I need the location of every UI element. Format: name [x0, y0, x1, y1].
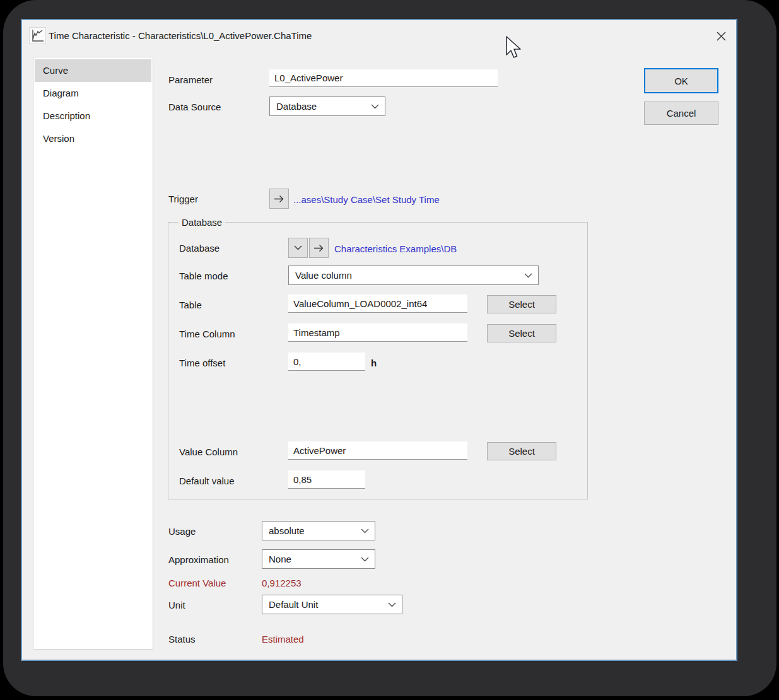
trigger-goto-button[interactable]	[269, 189, 289, 209]
database-link[interactable]: Characteristics Examples\DB	[334, 243, 457, 254]
close-icon	[716, 31, 727, 42]
default-value-input[interactable]	[288, 470, 365, 489]
approximation-dropdown[interactable]: None	[262, 549, 375, 569]
database-goto-button[interactable]	[309, 238, 329, 258]
status-label: Status	[168, 634, 196, 645]
default-value-label: Default value	[179, 475, 235, 486]
approximation-label: Approximation	[168, 554, 229, 565]
value-column-select-button[interactable]: Select	[487, 442, 556, 460]
usage-label: Usage	[168, 526, 196, 537]
time-column-input[interactable]	[288, 324, 467, 342]
chevron-down-icon	[361, 557, 369, 562]
trigger-link[interactable]: ...ases\Study Case\Set Study Time	[293, 194, 440, 205]
table-select-button[interactable]: Select	[487, 295, 556, 313]
value-column-input[interactable]	[288, 441, 467, 460]
arrow-right-icon	[313, 244, 324, 252]
ok-button[interactable]: OK	[644, 68, 718, 93]
sidebar-item-description[interactable]: Description	[35, 105, 151, 127]
time-offset-unit: h	[371, 358, 377, 368]
chevron-down-icon	[524, 273, 532, 278]
table-mode-label: Table mode	[179, 271, 228, 281]
time-offset-label: Time offset	[179, 358, 225, 368]
chevron-down-icon	[388, 602, 396, 607]
usage-value: absolute	[269, 525, 305, 536]
current-value-text: 0,912253	[262, 578, 302, 588]
chevron-down-icon	[371, 104, 379, 109]
sidebar-item-version[interactable]: Version	[35, 127, 151, 150]
sidebar-item-curve[interactable]: Curve	[35, 59, 151, 82]
table-input[interactable]	[288, 295, 467, 313]
parameter-input[interactable]	[269, 69, 498, 87]
value-column-label: Value Column	[179, 446, 238, 457]
chevron-down-icon	[361, 528, 369, 534]
data-source-label: Data Source	[168, 102, 221, 112]
data-source-dropdown[interactable]: Database	[269, 96, 385, 116]
dialog-title: Time Characteristic - Characteristics\L0…	[49, 30, 312, 41]
time-column-select-button[interactable]: Select	[487, 324, 556, 342]
parameter-label: Parameter	[168, 74, 213, 85]
data-source-value: Database	[276, 101, 317, 112]
database-label: Database	[179, 243, 220, 254]
unit-dropdown[interactable]: Default Unit	[262, 595, 402, 614]
sidebar-item-diagram[interactable]: Diagram	[35, 82, 151, 105]
mouse-cursor	[504, 35, 523, 64]
database-group-title: Database	[179, 217, 225, 228]
unit-value: Default Unit	[269, 599, 318, 610]
page-list: Curve Diagram Description Version	[33, 57, 153, 650]
trigger-label: Trigger	[168, 194, 198, 204]
status-value: Estimated	[262, 634, 304, 645]
time-characteristic-dialog: Time Characteristic - Characteristics\L0…	[21, 19, 737, 661]
usage-dropdown[interactable]: absolute	[262, 521, 375, 540]
chevron-down-icon	[294, 245, 302, 250]
approximation-value: None	[269, 554, 291, 564]
cancel-button[interactable]: Cancel	[644, 102, 718, 125]
curve-chart-icon	[29, 27, 46, 47]
unit-label: Unit	[168, 600, 185, 610]
arrow-right-icon	[274, 195, 284, 203]
table-label: Table	[179, 300, 202, 310]
table-mode-dropdown[interactable]: Value column	[288, 265, 539, 285]
current-value-label: Current Value	[168, 578, 226, 588]
database-dropdown-button[interactable]	[288, 238, 308, 258]
close-button[interactable]	[711, 26, 731, 45]
time-column-label: Time Column	[179, 329, 235, 339]
time-offset-input[interactable]	[288, 353, 365, 371]
table-mode-value: Value column	[295, 270, 352, 281]
